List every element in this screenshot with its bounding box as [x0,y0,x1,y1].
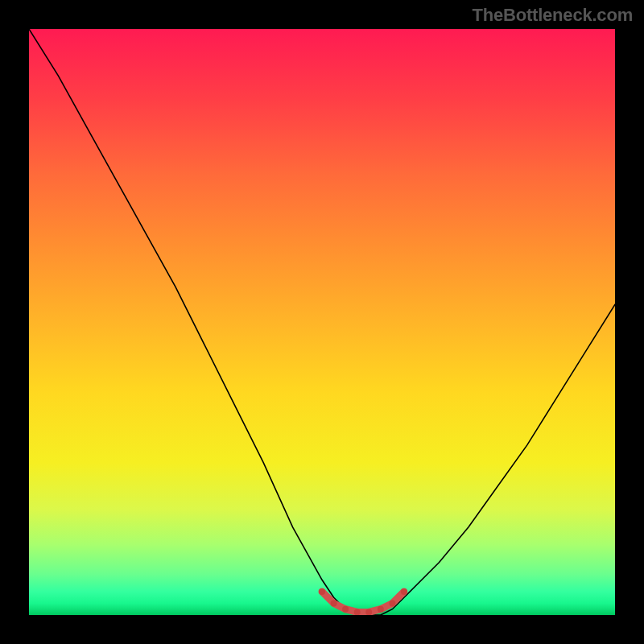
optimal-band [29,29,615,615]
band-dot [331,600,337,606]
plot-area [29,29,615,615]
band-dot [401,588,407,595]
band-dot [389,600,395,606]
credit-watermark: TheBottleneck.com [472,5,633,26]
band-dot [319,588,325,595]
chart-container: TheBottleneck.com [0,0,644,644]
band-dot [378,606,384,613]
band-dot [342,606,349,613]
